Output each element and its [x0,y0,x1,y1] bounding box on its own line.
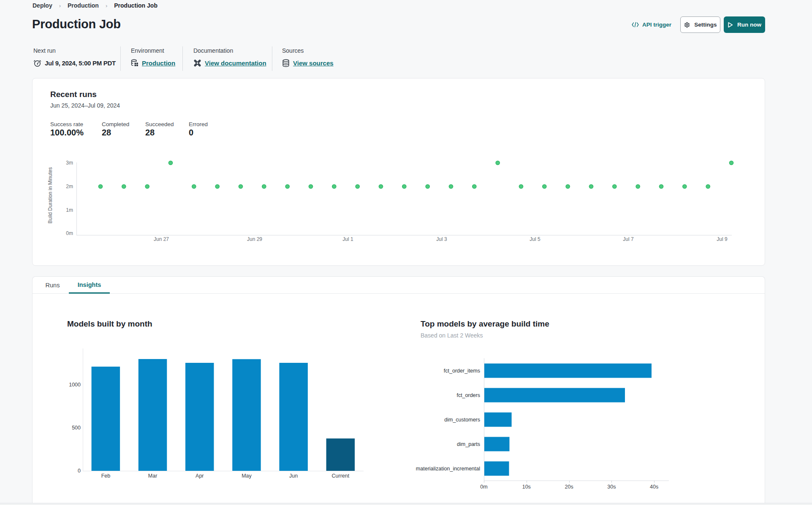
svg-text:0m: 0m [480,484,487,490]
svg-text:Jul 1: Jul 1 [342,236,353,242]
svg-text:Jun 29: Jun 29 [247,236,262,242]
svg-text:Build Duration in Minutes: Build Duration in Minutes [47,167,53,223]
svg-text:Jun: Jun [289,473,298,479]
svg-text:fct_order_items: fct_order_items [444,368,480,374]
svg-text:Apr: Apr [196,473,204,479]
svg-text:Mar: Mar [148,473,158,479]
svg-text:3m: 3m [66,160,73,166]
svg-text:materialization_incremental: materialization_incremental [416,466,480,472]
svg-text:Feb: Feb [101,473,111,479]
svg-text:Jul 7: Jul 7 [623,236,634,242]
svg-text:2m: 2m [66,184,73,189]
svg-text:dim_customers: dim_customers [444,417,480,423]
svg-text:May: May [242,473,252,479]
svg-text:20s: 20s [565,484,573,490]
svg-text:Jul 3: Jul 3 [436,236,447,242]
svg-text:Jul 9: Jul 9 [717,236,728,242]
svg-text:Jul 5: Jul 5 [530,236,540,242]
svg-text:0m: 0m [66,230,73,236]
svg-text:fct_orders: fct_orders [456,392,480,398]
svg-text:dim_parts: dim_parts [457,441,480,447]
svg-text:30s: 30s [607,484,616,490]
svg-text:40s: 40s [650,484,658,490]
svg-text:500: 500 [72,425,81,431]
svg-text:1000: 1000 [69,382,81,388]
svg-text:Current: Current [332,473,350,479]
svg-text:10s: 10s [522,484,531,490]
svg-text:1m: 1m [66,207,73,213]
svg-text:0: 0 [78,468,81,474]
svg-text:Jun 27: Jun 27 [154,236,169,242]
